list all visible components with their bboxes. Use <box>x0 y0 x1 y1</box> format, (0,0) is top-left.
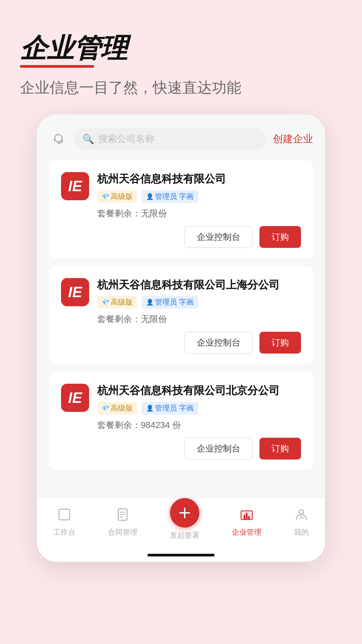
tab-mine-label: 我的 <box>294 527 309 537</box>
workbench-icon <box>57 507 71 525</box>
company-logo-3: IE <box>61 384 89 412</box>
fab-sign-button[interactable] <box>170 498 199 528</box>
order-button-3[interactable]: 订购 <box>259 438 301 460</box>
tab-sign[interactable]: 发起签署 <box>170 505 199 540</box>
mine-icon <box>294 507 308 525</box>
tab-mine[interactable]: 我的 <box>294 507 309 537</box>
headset-icon[interactable] <box>49 129 68 148</box>
svg-point-1 <box>58 143 59 144</box>
admin-tag-1: 管理员 字画 <box>141 190 198 203</box>
svg-rect-2 <box>59 509 70 520</box>
admin-tag-3: 管理员 字画 <box>141 402 198 415</box>
company-name-2: 杭州天谷信息科技有限公司上海分公司 <box>97 278 301 292</box>
company-logo-2: IE <box>61 278 89 306</box>
search-icon: 🔍 <box>82 133 94 145</box>
company-name-1: 杭州天谷信息科技有限公司 <box>97 172 301 186</box>
contract-icon <box>116 507 130 525</box>
tab-enterprise-label: 企业管理 <box>232 527 261 537</box>
tab-workbench-label: 工作台 <box>53 527 75 537</box>
company-quota-3: 套餐剩余：984234 份 <box>97 419 301 431</box>
enterprise-icon <box>240 507 254 525</box>
svg-point-0 <box>55 135 62 142</box>
company-actions-1: 企业控制台 订购 <box>61 226 301 248</box>
company-tags-2: 高级版 管理员 字画 <box>97 296 301 309</box>
company-info-3: 杭州天谷信息科技有限公司北京分公司 高级版 管理员 字画 套餐剩余：984234… <box>97 384 301 431</box>
tab-contract-label: 合同管理 <box>108 527 137 537</box>
tab-sign-label: 发起签署 <box>170 530 199 540</box>
company-header-2: IE 杭州天谷信息科技有限公司上海分公司 高级版 管理员 字画 套餐剩余：无限份 <box>61 278 301 325</box>
vip-tag-1: 高级版 <box>97 190 137 203</box>
create-enterprise-button[interactable]: 创建企业 <box>273 132 313 146</box>
company-info-1: 杭州天谷信息科技有限公司 高级版 管理员 字画 套餐剩余：无限份 <box>97 172 301 219</box>
page-subtitle: 企业信息一目了然，快速直达功能 <box>20 78 342 98</box>
company-list: IE 杭州天谷信息科技有限公司 高级版 管理员 字画 套餐剩余：无限份 <box>49 160 313 478</box>
tab-bar: 工作台 合同管理 发起签署 <box>37 498 325 550</box>
vip-tag-2: 高级版 <box>97 296 137 309</box>
search-placeholder: 搜索公司名称 <box>98 132 155 145</box>
home-bar <box>147 554 215 556</box>
company-quota-2: 套餐剩余：无限份 <box>97 313 301 325</box>
tab-workbench[interactable]: 工作台 <box>53 507 75 537</box>
company-tags-3: 高级版 管理员 字画 <box>97 402 301 415</box>
svg-point-14 <box>299 510 304 515</box>
search-bar-row: 🔍 搜索公司名称 创建企业 <box>49 128 313 150</box>
tab-enterprise[interactable]: 企业管理 <box>232 507 261 537</box>
order-button-2[interactable]: 订购 <box>259 332 301 354</box>
company-header-1: IE 杭州天谷信息科技有限公司 高级版 管理员 字画 套餐剩余：无限份 <box>61 172 301 219</box>
company-tags-1: 高级版 管理员 字画 <box>97 190 301 203</box>
phone-content: 🔍 搜索公司名称 创建企业 IE 杭州天谷信息科技有限公司 高级版 管理员 字画 <box>37 114 325 498</box>
page-title: 企业管理 <box>20 34 127 68</box>
home-indicator <box>37 550 325 562</box>
tab-contract[interactable]: 合同管理 <box>108 507 137 537</box>
search-input-wrap[interactable]: 🔍 搜索公司名称 <box>74 128 266 150</box>
company-info-2: 杭州天谷信息科技有限公司上海分公司 高级版 管理员 字画 套餐剩余：无限份 <box>97 278 301 325</box>
bottom-spacer <box>49 478 313 498</box>
company-card-1: IE 杭州天谷信息科技有限公司 高级版 管理员 字画 套餐剩余：无限份 <box>49 160 313 258</box>
svg-rect-12 <box>246 513 248 520</box>
company-card-2: IE 杭州天谷信息科技有限公司上海分公司 高级版 管理员 字画 套餐剩余：无限份 <box>49 266 313 364</box>
company-header-3: IE 杭州天谷信息科技有限公司北京分公司 高级版 管理员 字画 套餐剩余：984… <box>61 384 301 431</box>
company-quota-1: 套餐剩余：无限份 <box>97 208 301 219</box>
company-actions-2: 企业控制台 订购 <box>61 332 301 354</box>
vip-tag-3: 高级版 <box>97 402 137 415</box>
svg-rect-11 <box>244 515 245 520</box>
company-logo-1: IE <box>61 172 89 200</box>
order-button-1[interactable]: 订购 <box>259 226 301 248</box>
admin-tag-2: 管理员 字画 <box>141 296 198 309</box>
console-button-3[interactable]: 企业控制台 <box>184 438 253 460</box>
console-button-2[interactable]: 企业控制台 <box>184 332 253 354</box>
company-name-3: 杭州天谷信息科技有限公司北京分公司 <box>97 384 301 398</box>
console-button-1[interactable]: 企业控制台 <box>184 226 253 248</box>
company-card-3: IE 杭州天谷信息科技有限公司北京分公司 高级版 管理员 字画 套餐剩余：984… <box>49 372 313 470</box>
phone-mockup: 🔍 搜索公司名称 创建企业 IE 杭州天谷信息科技有限公司 高级版 管理员 字画 <box>37 114 325 562</box>
company-actions-3: 企业控制台 订购 <box>61 438 301 460</box>
svg-rect-13 <box>248 516 250 520</box>
page-header: 企业管理 企业信息一目了然，快速直达功能 <box>20 34 342 98</box>
